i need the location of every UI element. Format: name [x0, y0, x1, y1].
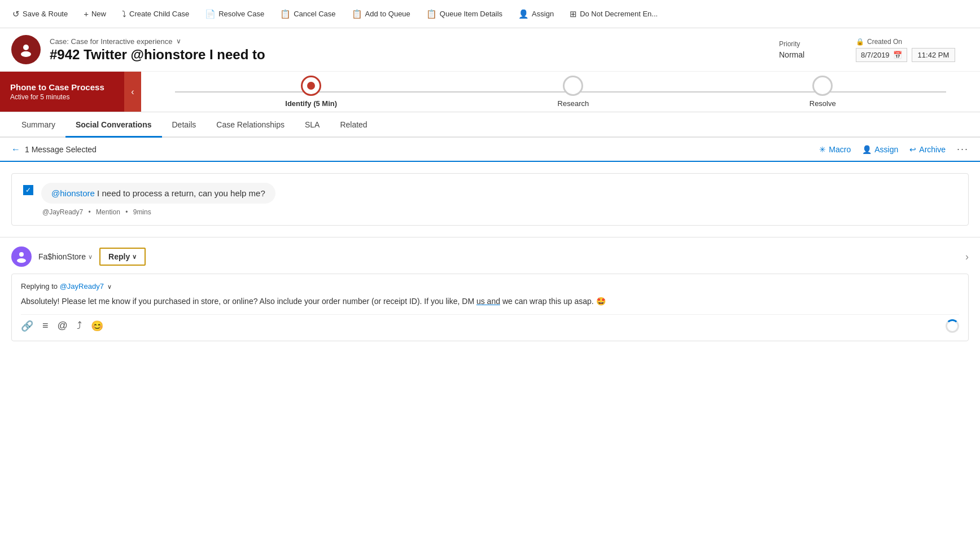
social-assign-icon: 👤	[862, 145, 872, 154]
assign-button[interactable]: 👤 Assign	[510, 0, 562, 28]
case-header: Case: Case for Interactive experience ∨ …	[0, 28, 980, 72]
tab-details[interactable]: Details	[162, 112, 207, 138]
reply-toolbar: 🔗 ≡ @ ⤴ 😊	[21, 314, 959, 333]
cancel-icon: 📋	[280, 9, 291, 19]
avatar	[11, 35, 41, 64]
case-info: Case: Case for Interactive experience ∨ …	[50, 37, 770, 63]
assign-icon: 👤	[518, 9, 529, 19]
do-not-dec-button[interactable]: ⊞ Do Not Decrement En...	[562, 0, 666, 28]
message-selected-label: 1 Message Selected	[25, 145, 97, 154]
social-assign-button[interactable]: 👤 Assign	[862, 145, 898, 154]
identify-circle	[301, 76, 321, 96]
reply-button[interactable]: Reply ∨	[99, 248, 146, 266]
reply-chevron-icon: ∨	[132, 253, 137, 261]
link-icon[interactable]: 🔗	[21, 320, 33, 332]
tab-case-relationships[interactable]: Case Relationships	[206, 112, 295, 138]
macro-button[interactable]: ✳ Macro	[819, 145, 851, 154]
message-mention: @hionstore	[51, 188, 95, 198]
reply-avatar	[11, 246, 32, 267]
created-block: 🔒 Created On 8/7/2019 📅 11:42 PM	[856, 38, 969, 62]
svg-point-1	[21, 51, 31, 57]
list-icon[interactable]: ≡	[42, 320, 49, 332]
sender-selector[interactable]: Fa$hionStore ∨	[38, 252, 93, 261]
svg-point-3	[17, 258, 26, 263]
cancel-case-button[interactable]: 📋 Cancel Case	[272, 0, 343, 28]
reply-close-button[interactable]: ›	[965, 251, 969, 263]
queue-details-icon: 📋	[426, 9, 437, 19]
tabs-bar: Summary Social Converations Details Case…	[0, 112, 980, 138]
more-options-button[interactable]: ···	[957, 143, 969, 155]
message-type: Mention	[96, 208, 120, 216]
message-card: @hionstore I need to process a return, c…	[11, 173, 969, 226]
breadcrumb-chevron-icon: ∨	[176, 37, 181, 45]
message-bubble: @hionstore I need to process a return, c…	[41, 183, 275, 204]
process-bar: Phone to Case Process Active for 5 minut…	[0, 72, 980, 112]
message-checkbox[interactable]	[23, 185, 33, 195]
queue-details-button[interactable]: 📋 Queue Item Details	[418, 0, 510, 28]
resolve-icon: 📄	[205, 9, 216, 19]
save-route-icon: ↺	[12, 9, 20, 19]
svg-point-0	[23, 45, 29, 50]
message-time: 9mins	[133, 208, 151, 216]
message-author: @JayReady7	[42, 208, 83, 216]
template-icon[interactable]: ⤴	[77, 320, 82, 332]
loading-spinner	[946, 319, 959, 333]
created-date-input[interactable]: 8/7/2019 📅	[856, 48, 907, 62]
create-child-icon: ⤵	[122, 9, 126, 19]
message-area: @hionstore I need to process a return, c…	[0, 162, 980, 237]
tab-summary[interactable]: Summary	[11, 112, 65, 138]
archive-button[interactable]: ↩ Archive	[909, 145, 946, 154]
research-circle	[563, 76, 583, 96]
back-button[interactable]: ←	[11, 144, 20, 155]
created-time-input[interactable]: 11:42 PM	[912, 48, 956, 62]
process-step-resolve[interactable]: Resolve	[810, 76, 836, 108]
mention-icon[interactable]: @	[58, 320, 68, 332]
sender-chevron-icon: ∨	[88, 253, 93, 261]
new-icon: +	[84, 9, 89, 19]
process-steps: Identify (5 Min) Research Resolve	[141, 72, 980, 112]
reply-to-line: Replying to @JayReady7 ∨	[21, 282, 959, 290]
tab-related[interactable]: Related	[330, 112, 377, 138]
add-queue-button[interactable]: 📋 Add to Queue	[344, 0, 418, 28]
process-step-research[interactable]: Research	[558, 76, 589, 108]
calendar-icon: 📅	[893, 51, 902, 59]
social-panel: ← 1 Message Selected ✳ Macro 👤 Assign ↩ …	[0, 138, 980, 350]
case-title: #942 Twitter @hionstore I need to	[50, 47, 770, 63]
create-child-button[interactable]: ⤵ Create Child Case	[114, 0, 197, 28]
archive-icon: ↩	[909, 145, 916, 154]
reply-header: Fa$hionStore ∨ Reply ∨ ›	[11, 246, 969, 267]
process-step-identify[interactable]: Identify (5 Min)	[285, 76, 337, 108]
new-button[interactable]: + New	[76, 0, 114, 28]
social-toolbar: ← 1 Message Selected ✳ Macro 👤 Assign ↩ …	[0, 138, 980, 162]
lock-icon: 🔒	[856, 38, 864, 46]
reply-link[interactable]: us and	[476, 297, 500, 306]
tab-sla[interactable]: SLA	[295, 112, 330, 138]
reply-area: Fa$hionStore ∨ Reply ∨ › Replying to @Ja…	[0, 237, 980, 350]
emoji-icon[interactable]: 😊	[91, 320, 103, 332]
reply-text: Absolutely! Please let me know if you pu…	[21, 295, 959, 307]
macro-icon: ✳	[819, 145, 826, 154]
priority-block: Priority Normal	[779, 40, 847, 59]
message-meta: @JayReady7 • Mention • 9mins	[41, 208, 275, 216]
created-label: 🔒 Created On	[856, 38, 969, 46]
add-queue-icon: 📋	[352, 9, 362, 19]
resolve-case-button[interactable]: 📄 Resolve Case	[197, 0, 272, 28]
tab-social[interactable]: Social Converations	[65, 112, 162, 138]
resolve-circle	[812, 76, 833, 96]
toolbar: ↺ Save & Route + New ⤵ Create Child Case…	[0, 0, 980, 28]
replying-to-chevron-icon: ∨	[107, 283, 112, 290]
process-label: Phone to Case Process Active for 5 minut…	[0, 72, 124, 112]
svg-point-2	[19, 252, 24, 257]
process-collapse-button[interactable]: ‹	[124, 72, 141, 112]
reply-body[interactable]: Replying to @JayReady7 ∨ Absolutely! Ple…	[11, 274, 969, 341]
message-text: I need to process a return, can you help…	[97, 188, 265, 198]
breadcrumb[interactable]: Case: Case for Interactive experience ∨	[50, 37, 770, 46]
save-route-button[interactable]: ↺ Save & Route	[5, 0, 76, 28]
do-not-dec-icon: ⊞	[570, 9, 577, 19]
